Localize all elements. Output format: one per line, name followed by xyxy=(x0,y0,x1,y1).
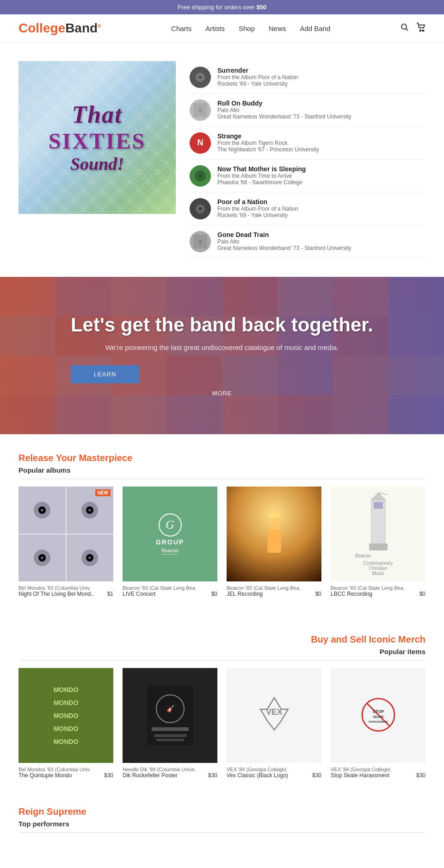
merch-card[interactable]: MONDOMONDOMONDOMONDOMONDO Bel Mondos '83… xyxy=(18,668,113,779)
track-album: From the Album Poor of a Nation xyxy=(217,74,298,81)
album-cover: NEW xyxy=(18,487,113,581)
album-meta: Beacon '83 (Cal State Long Bea. xyxy=(331,585,426,591)
mondo-text: MONDOMONDOMONDOMONDOMONDO xyxy=(54,683,79,748)
album-card[interactable]: NEW xyxy=(18,487,113,597)
poster-icon: 🎸 xyxy=(147,686,193,746)
svg-point-2 xyxy=(419,30,421,31)
cart-button[interactable] xyxy=(416,23,426,34)
release-title: Release Your Masterpiece xyxy=(18,453,426,463)
search-button[interactable] xyxy=(401,23,409,34)
track-title: Now That Mother is Sleeping xyxy=(217,165,306,173)
svg-rect-44 xyxy=(374,502,383,509)
merch-meta: VEX '84 (Georgia College) xyxy=(227,767,321,772)
album-grid-cell xyxy=(18,487,66,534)
band-section: Let's get the band back together. We're … xyxy=(0,277,444,434)
track-band: Rockets '69 - Yale University xyxy=(217,81,298,87)
logo-college: College xyxy=(18,21,65,35)
album-cover: G GROUP Beacon xyxy=(123,487,217,581)
nav-artists[interactable]: Artists xyxy=(205,25,225,32)
album-grid-cell xyxy=(67,535,114,582)
track-thumb-img xyxy=(190,231,211,252)
album-grid-cell xyxy=(18,535,66,582)
track-item[interactable]: N Strange From the Album Tigers Rock The… xyxy=(190,127,426,160)
album-name: LIVE Concert xyxy=(123,591,155,597)
merch-name: Vex Classic (Black Logo) xyxy=(227,772,288,779)
track-thumbnail xyxy=(190,165,211,187)
album-g-circle: G xyxy=(159,513,182,537)
album-card[interactable]: G GROUP Beacon Beacon '83 (Cal State Lon… xyxy=(123,487,217,597)
track-album: Palo Alto xyxy=(217,107,352,113)
track-thumbnail: N xyxy=(190,132,211,154)
main-nav: Charts Artists Shop News Add Band xyxy=(171,25,330,32)
track-item[interactable]: Now That Mother is Sleeping From the Alb… xyxy=(190,160,426,193)
track-album: From the Album Tigers Rock xyxy=(217,140,319,146)
svg-point-3 xyxy=(422,30,424,31)
album-price: $1 xyxy=(107,591,113,597)
track-thumbnail xyxy=(190,198,211,219)
hero-album-cover[interactable]: That SIXTIES Sound! xyxy=(18,61,176,214)
new-badge: NEW xyxy=(95,489,111,496)
svg-point-41 xyxy=(269,513,280,518)
merch-section: Buy and Sell Iconic Merch Popular items … xyxy=(0,616,444,797)
learn-button[interactable]: LEARN xyxy=(71,365,139,383)
nav-shop[interactable]: Shop xyxy=(239,25,255,32)
merch-name: Stop Skate Harassment xyxy=(331,772,389,779)
track-item[interactable]: Surrender From the Album Poor of a Natio… xyxy=(190,61,426,94)
track-thumb-img xyxy=(190,67,211,88)
track-info: Now That Mother is Sleeping From the Alb… xyxy=(217,165,306,186)
merch-card[interactable]: STOP SKATE HARASSMENT VEX '84 (Georgia C… xyxy=(331,668,426,779)
hero-section: That SIXTIES Sound! Surrender From the A… xyxy=(0,43,444,277)
merch-meta: Needle Dik '89 (Columbia Unive. xyxy=(123,767,217,772)
merch-card[interactable]: 🎸 Needle Dik '89 (Columbia Unive. Dik Ro… xyxy=(123,668,217,779)
logo-trademark: ® xyxy=(98,24,101,29)
album-meta: Beacon '83 (Cal State Long Bea. xyxy=(227,585,321,591)
merch-grid: MONDOMONDOMONDOMONDOMONDO Bel Mondos '83… xyxy=(18,668,426,779)
vex-logo: VEX xyxy=(256,695,293,736)
album-price: $0 xyxy=(211,591,217,597)
stop-icon: STOP SKATE HARASSMENT xyxy=(360,696,397,733)
logo-band: Band xyxy=(65,21,98,35)
track-band: Great Nameless Wonderband '73 - Stanford… xyxy=(217,113,352,120)
more-button[interactable]: MORE xyxy=(212,390,232,397)
header: CollegeBand® Charts Artists Shop News Ad… xyxy=(0,14,444,43)
merch-price: $30 xyxy=(312,772,321,779)
track-list: Surrender From the Album Poor of a Natio… xyxy=(190,61,426,258)
svg-text:N: N xyxy=(197,138,204,147)
album-price: $0 xyxy=(315,591,321,597)
album-group-text: GROUP xyxy=(156,538,184,546)
track-title: Surrender xyxy=(217,67,298,74)
nav-charts[interactable]: Charts xyxy=(171,25,191,32)
banner-text: Free shipping for orders over xyxy=(178,4,257,11)
merch-header: Buy and Sell Iconic Merch xyxy=(18,634,426,645)
svg-rect-52 xyxy=(154,734,186,737)
nav-add-band[interactable]: Add Band xyxy=(300,25,331,32)
reign-subtitle: Top performers xyxy=(18,820,426,833)
merch-subtitle: Popular items xyxy=(18,648,426,661)
svg-point-26 xyxy=(199,240,202,243)
svg-line-1 xyxy=(406,28,408,31)
album-card[interactable]: Beacon '83 (Cal State Long Bea. JEL Reco… xyxy=(227,487,321,597)
merch-name: The Quintuple Mondo xyxy=(18,772,72,779)
svg-rect-40 xyxy=(267,530,281,553)
album-card[interactable]: Beacon ContemporaryChristianMusic Beacon… xyxy=(331,487,426,597)
logo[interactable]: CollegeBand® xyxy=(18,21,101,36)
nav-news[interactable]: News xyxy=(269,25,286,32)
album-cover-image: Beacon ContemporaryChristianMusic xyxy=(331,487,426,581)
svg-point-32 xyxy=(88,509,91,512)
album-meta: Bel Mondos '83 (Columbia Univ. xyxy=(18,585,113,591)
track-thumb-img: N xyxy=(190,132,211,154)
nav-icons xyxy=(401,23,426,34)
album-cover: Beacon ContemporaryChristianMusic xyxy=(331,487,426,581)
svg-point-15 xyxy=(199,109,202,112)
svg-rect-45 xyxy=(369,543,388,550)
merch-image: MONDOMONDOMONDOMONDOMONDO xyxy=(18,668,113,763)
track-item[interactable]: Gone Dead Train Palo Alto Great Nameless… xyxy=(190,225,426,258)
reign-section: Reign Supreme Top performers xyxy=(0,797,444,859)
track-thumb-img xyxy=(190,198,211,219)
track-item[interactable]: Poor of a Nation From the Album Poor of … xyxy=(190,193,426,225)
merch-card[interactable]: VEX VEX '84 (Georgia College) Vex Classi… xyxy=(227,668,321,779)
track-item[interactable]: Roll On Buddy Palo Alto Great Nameless W… xyxy=(190,94,426,127)
track-album: From the Album Poor of a Nation xyxy=(217,206,298,212)
cart-icon xyxy=(416,23,426,32)
poster-image: 🎸 xyxy=(123,668,217,763)
